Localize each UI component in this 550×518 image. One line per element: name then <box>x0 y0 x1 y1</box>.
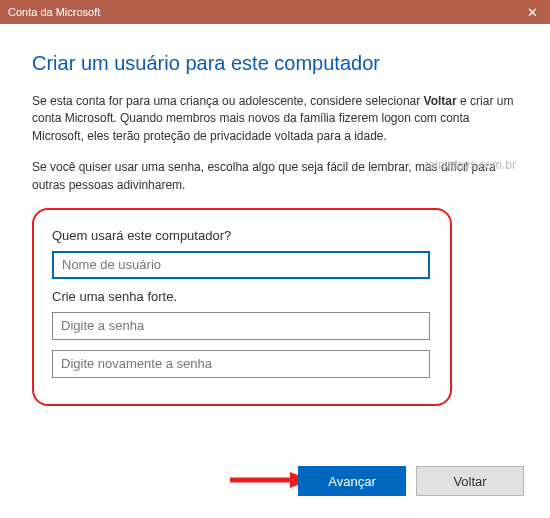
password-input[interactable]: Digite a senha <box>52 312 430 340</box>
watermark-text: rainydays.com.br <box>425 158 516 172</box>
back-button[interactable]: Voltar <box>416 466 524 496</box>
footer-buttons: Avançar Voltar <box>298 466 524 496</box>
titlebar: Conta da Microsoft ✕ <box>0 0 550 24</box>
confirm-password-input[interactable]: Digite novamente a senha <box>52 350 430 378</box>
username-input[interactable]: Nome de usuário <box>52 251 430 279</box>
para1-pre: Se esta conta for para uma criança ou ad… <box>32 94 424 108</box>
highlighted-form-box: Quem usará este computador? Nome de usuá… <box>32 208 452 406</box>
intro-paragraph-1: Se esta conta for para uma criança ou ad… <box>32 93 518 145</box>
para1-bold: Voltar <box>424 94 457 108</box>
next-button[interactable]: Avançar <box>298 466 406 496</box>
password-section-label: Crie uma senha forte. <box>52 289 432 304</box>
dialog-content: Criar um usuário para este computador Se… <box>0 24 550 406</box>
close-icon[interactable]: ✕ <box>522 5 542 20</box>
page-title: Criar um usuário para este computador <box>32 52 518 75</box>
username-label: Quem usará este computador? <box>52 228 432 243</box>
window-title: Conta da Microsoft <box>8 6 100 18</box>
